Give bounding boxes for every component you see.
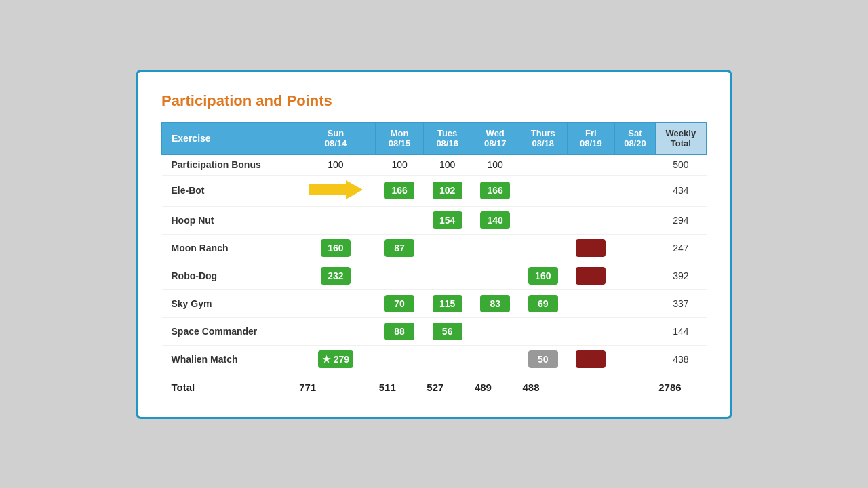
data-cell: 50 (519, 345, 568, 373)
exercise-name: Hoop Nut (162, 206, 296, 234)
data-cell: 56 (423, 317, 471, 345)
data-cell (423, 262, 471, 289)
data-cell (567, 289, 615, 317)
col-header-7: Sat08/20 (615, 122, 656, 154)
data-cell: 100 (471, 154, 519, 175)
data-cell (567, 206, 615, 234)
data-cell (615, 175, 656, 206)
data-cell: 70 (376, 289, 424, 317)
data-cell: 83 (471, 289, 519, 317)
data-cell: 232 (296, 262, 376, 289)
data-cell: 154 (423, 206, 471, 234)
table-row: Sky Gym 701158369 337 (162, 289, 707, 317)
footer-value: 771 (296, 373, 376, 393)
data-cell: 160 (519, 262, 568, 289)
data-cell: ★ 279 (296, 345, 376, 373)
weekly-total-cell: 434 (655, 175, 706, 206)
data-cell: 115 (423, 289, 471, 317)
data-cell (567, 234, 615, 262)
data-cell (615, 234, 656, 262)
data-cell (615, 262, 656, 289)
footer-value: 2786 (655, 373, 706, 393)
footer-value (567, 373, 615, 393)
col-header-4: Wed08/17 (471, 122, 519, 154)
exercise-name: Space Commander (162, 317, 296, 345)
weekly-total-cell: 294 (655, 206, 706, 234)
table-row: Space Commander 8856 144 (162, 317, 707, 345)
exercise-name: Moon Ranch (162, 234, 296, 262)
data-cell (296, 317, 376, 345)
weekly-total-cell: 144 (655, 317, 706, 345)
footer-value: 489 (471, 373, 519, 393)
footer-value: 511 (376, 373, 424, 393)
participation-card: Participation and Points ExerciseSun08/1… (136, 70, 732, 419)
data-cell (296, 175, 376, 206)
data-cell: 69 (519, 289, 568, 317)
col-header-1: Sun08/14 (296, 122, 376, 154)
data-cell: 166 (376, 175, 424, 206)
data-cell (296, 206, 376, 234)
data-cell: 100 (296, 154, 376, 175)
data-cell: 88 (376, 317, 424, 345)
data-cell (567, 345, 615, 373)
data-cell (615, 317, 656, 345)
footer-label: Total (162, 373, 296, 393)
data-cell (423, 345, 471, 373)
weekly-total-cell: 337 (655, 289, 706, 317)
data-cell (615, 345, 656, 373)
data-cell (471, 345, 519, 373)
table-row: Hoop Nut 154140 294 (162, 206, 707, 234)
participation-table: ExerciseSun08/14Mon08/15Tues08/16Wed08/1… (161, 122, 707, 393)
data-cell (615, 154, 656, 175)
data-cell (567, 154, 615, 175)
col-header-0: Exercise (162, 122, 296, 154)
data-cell (376, 262, 424, 289)
arrow-icon (309, 180, 363, 201)
data-cell (376, 206, 424, 234)
weekly-total-cell: 438 (655, 345, 706, 373)
weekly-total-cell: 392 (655, 262, 706, 289)
data-cell (296, 289, 376, 317)
footer-value: 488 (519, 373, 568, 393)
table-row: Participation Bonus100100100100 500 (162, 154, 707, 175)
data-cell: 166 (471, 175, 519, 206)
footer-value: 527 (423, 373, 471, 393)
footer-value (615, 373, 656, 393)
exercise-name: Robo-Dog (162, 262, 296, 289)
data-cell (567, 317, 615, 345)
weekly-total-cell: 500 (655, 154, 706, 175)
data-cell (471, 262, 519, 289)
exercise-name: Ele-Bot (162, 175, 296, 206)
data-cell: 100 (376, 154, 424, 175)
page-title: Participation and Points (161, 92, 707, 110)
col-header-6: Fri08/19 (567, 122, 615, 154)
col-header-2: Mon08/15 (376, 122, 424, 154)
exercise-name: Participation Bonus (162, 154, 296, 175)
data-cell (615, 206, 656, 234)
data-cell (471, 234, 519, 262)
table-row: Robo-Dog232 160 392 (162, 262, 707, 289)
data-cell (615, 289, 656, 317)
table-row: Whalien Match★ 279 50 438 (162, 345, 707, 373)
exercise-name: Sky Gym (162, 289, 296, 317)
svg-marker-0 (309, 180, 363, 199)
data-cell (519, 175, 568, 206)
col-header-5: Thurs08/18 (519, 122, 568, 154)
data-cell (471, 317, 519, 345)
data-cell (376, 345, 424, 373)
table-row: Ele-Bot 166102166 434 (162, 175, 707, 206)
data-cell (519, 317, 568, 345)
table-row: Moon Ranch16087 247 (162, 234, 707, 262)
data-cell (423, 234, 471, 262)
data-cell: 140 (471, 206, 519, 234)
weekly-total-cell: 247 (655, 234, 706, 262)
data-cell: 87 (376, 234, 424, 262)
data-cell (519, 206, 568, 234)
data-cell (567, 262, 615, 289)
col-header-8: WeeklyTotal (655, 122, 706, 154)
data-cell (519, 154, 568, 175)
data-cell: 102 (423, 175, 471, 206)
data-cell: 100 (423, 154, 471, 175)
data-cell (519, 234, 568, 262)
exercise-name: Whalien Match (162, 345, 296, 373)
